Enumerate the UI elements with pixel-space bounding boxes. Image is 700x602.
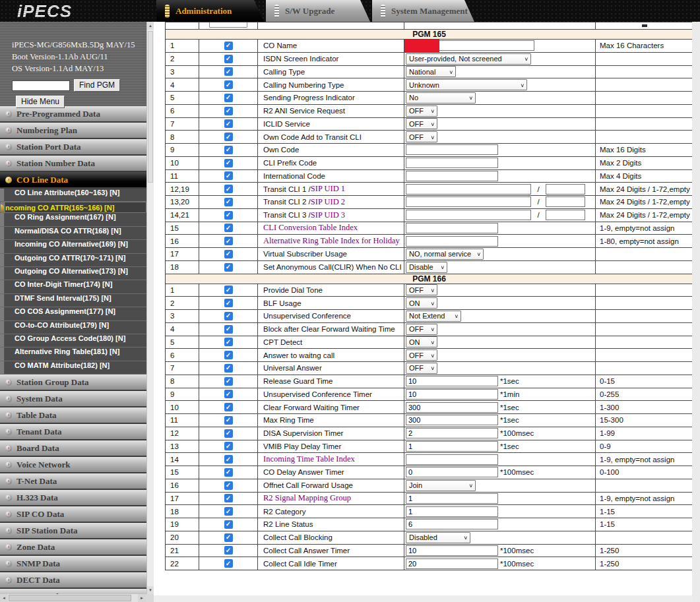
sidebar-group-dect-data[interactable]: ›DECT Data: [0, 572, 146, 587]
sidebar-group-tenant-data[interactable]: ›Tenant Data: [0, 424, 146, 439]
sidebar-item-incoming-co-alternative-169-n-[interactable]: Incoming CO Alternative(169) [N]: [0, 240, 146, 253]
sidebar-item-outgoing-co-attr-170-171-n-[interactable]: Outgoing CO ATTR(170~171) [N]: [0, 254, 146, 267]
row-checkbox[interactable]: ✓: [224, 299, 233, 307]
tab-administration[interactable]: Administration: [156, 0, 264, 22]
sidebar-item-outgoing-co-alternative-173-n-[interactable]: Outgoing CO Alternative(173) [N]: [0, 267, 146, 280]
setting-link[interactable]: Alternative Ring Table Index for Holiday: [263, 236, 400, 246]
text-input[interactable]: [406, 158, 498, 168]
sidebar-item-incoming-co-attr-165-166-n-[interactable]: Incoming CO ATTR(165~166) [N]: [0, 202, 146, 213]
tab-s-w-upgrade[interactable]: S/W Upgrade: [266, 0, 370, 22]
sidebar-item-co-ring-assignment-167-n-[interactable]: CO Ring Assignment(167) [N]: [0, 213, 146, 226]
row-checkbox[interactable]: ✓: [224, 481, 233, 490]
scroll-down-icon[interactable]: ▼: [147, 586, 154, 594]
dropdown-select[interactable]: ON∨: [406, 336, 437, 347]
dropdown-select[interactable]: National∨: [406, 66, 456, 77]
row-checkbox[interactable]: ✓: [224, 67, 233, 76]
text-input[interactable]: [406, 454, 498, 465]
row-checkbox[interactable]: ✓: [224, 211, 233, 220]
row-checkbox[interactable]: ✓: [224, 351, 233, 359]
row-checkbox[interactable]: ✓: [224, 185, 233, 193]
sidebar-group-voice-network[interactable]: ›Voice Network: [0, 457, 146, 472]
row-checkbox[interactable]: ✓: [224, 94, 233, 102]
row-checkbox[interactable]: ✓: [224, 286, 233, 294]
row-checkbox[interactable]: ✓: [224, 416, 233, 425]
text-input[interactable]: [406, 144, 498, 155]
setting-link[interactable]: SIP UID 3: [311, 210, 345, 220]
row-checkbox[interactable]: ✓: [224, 250, 233, 258]
text-input[interactable]: [406, 236, 498, 247]
row-checkbox[interactable]: ✓: [224, 559, 233, 568]
dropdown-select[interactable]: OFF∨: [406, 324, 437, 335]
row-checkbox[interactable]: ✓: [224, 159, 233, 167]
text-input[interactable]: [406, 389, 498, 400]
sidebar-group-co-line-data[interactable]: ›CO Line Data: [0, 172, 146, 187]
text-input[interactable]: [406, 415, 498, 425]
row-checkbox[interactable]: ✓: [224, 80, 233, 89]
sidebar-item-co-matm-attribute-182-n-[interactable]: CO MATM Attribute(182) [N]: [0, 361, 146, 375]
text-input[interactable]: [406, 428, 498, 438]
row-checkbox[interactable]: ✓: [224, 403, 233, 411]
sidebar-item-co-to-co-attribute-179-n-[interactable]: CO-to-CO Attribute(179) [N]: [0, 321, 146, 334]
sidebar-item-co-line-attribute-160-163-n-[interactable]: CO Line Attribute(160~163) [N]: [0, 189, 146, 202]
dropdown-select[interactable]: User-provided, Not screened∨: [406, 53, 531, 65]
dropdown-select[interactable]: OFF∨: [406, 363, 437, 374]
sidebar-group-snmp-data[interactable]: ›SNMP Data: [0, 556, 146, 571]
row-checkbox[interactable]: ✓: [224, 171, 233, 180]
row-checkbox[interactable]: ✓: [224, 133, 233, 141]
row-checkbox[interactable]: ✓: [224, 442, 233, 450]
text-input[interactable]: [406, 493, 498, 504]
sidebar-group-numbering-plan[interactable]: ›Numbering Plan: [0, 123, 146, 138]
row-checkbox[interactable]: ✓: [224, 364, 233, 373]
text-input[interactable]: [406, 506, 498, 517]
text-input-secondary[interactable]: [546, 210, 585, 220]
text-input[interactable]: [406, 376, 498, 386]
sidebar-vertical-scrollbar[interactable]: ▲ ▼: [146, 22, 154, 594]
find-pgm-button[interactable]: Find PGM: [74, 79, 120, 92]
text-input-secondary[interactable]: [546, 184, 585, 195]
row-checkbox[interactable]: ✓: [224, 312, 233, 320]
dropdown-select[interactable]: OFF∨: [406, 105, 437, 117]
sidebar-group-station-group-data[interactable]: ›Station Group Data: [0, 375, 146, 390]
vertical-scroll-thumb[interactable]: [148, 31, 153, 183]
clipped-button[interactable]: [209, 22, 247, 28]
sidebar-group-pre-programmed-data[interactable]: ›Pre-Programmed Data: [0, 106, 146, 121]
row-checkbox[interactable]: ✓: [224, 338, 233, 346]
sidebar-item-co-group-access-code-180-n-[interactable]: CO Group Access Code(180) [N]: [0, 334, 146, 347]
row-checkbox[interactable]: ✓: [224, 263, 233, 272]
row-checkbox[interactable]: ✓: [224, 377, 233, 386]
row-checkbox[interactable]: ✓: [224, 533, 233, 542]
setting-link[interactable]: Incoming Time Table Index: [263, 454, 355, 464]
text-input[interactable]: [406, 545, 498, 556]
dropdown-select[interactable]: OFF∨: [406, 284, 437, 295]
dropdown-select[interactable]: Join∨: [406, 480, 476, 491]
text-input[interactable]: [406, 402, 498, 413]
dropdown-select[interactable]: Disabled∨: [406, 532, 470, 543]
scroll-left-icon[interactable]: ◄: [0, 594, 8, 602]
dropdown-select[interactable]: OFF∨: [406, 131, 437, 142]
dropdown-select[interactable]: NO, normal service∨: [406, 249, 484, 260]
dropdown-select[interactable]: OFF∨: [406, 349, 437, 361]
sidebar-item-normal-disa-co-attr-168-n-[interactable]: Normal/DISA CO ATTR(168) [N]: [0, 227, 146, 240]
tab-system-management[interactable]: System Management: [372, 0, 474, 22]
sidebar-group-zone-data[interactable]: ›Zone Data: [0, 539, 146, 555]
row-checkbox[interactable]: ✓: [224, 455, 233, 464]
setting-link[interactable]: CLI Conversion Table Index: [263, 223, 358, 233]
text-input[interactable]: [406, 196, 531, 207]
row-checkbox[interactable]: ✓: [224, 55, 233, 63]
row-checkbox[interactable]: ✓: [224, 42, 233, 50]
row-checkbox[interactable]: ✓: [224, 390, 233, 398]
text-input[interactable]: [406, 467, 498, 477]
row-checkbox[interactable]: ✓: [224, 494, 233, 502]
row-checkbox[interactable]: ✓: [224, 107, 233, 115]
text-input[interactable]: [406, 558, 498, 569]
sidebar-item-co-cos-assignment-177-n-[interactable]: CO COS Assignment(177) [N]: [0, 307, 146, 320]
row-checkbox[interactable]: ✓: [224, 224, 233, 232]
setting-link[interactable]: SIP UID 2: [311, 197, 345, 207]
scroll-up-icon[interactable]: ▲: [147, 22, 154, 30]
hide-menu-button[interactable]: Hide Menu: [16, 96, 65, 108]
row-checkbox[interactable]: ✓: [224, 237, 233, 245]
sidebar-group-board-data[interactable]: ›Board Data: [0, 440, 146, 456]
sidebar-item-co-inter-digit-timer-174-n-[interactable]: CO Inter-Digit Timer(174) [N]: [0, 280, 146, 293]
row-checkbox[interactable]: ✓: [224, 546, 233, 555]
row-checkbox[interactable]: ✓: [224, 146, 233, 154]
